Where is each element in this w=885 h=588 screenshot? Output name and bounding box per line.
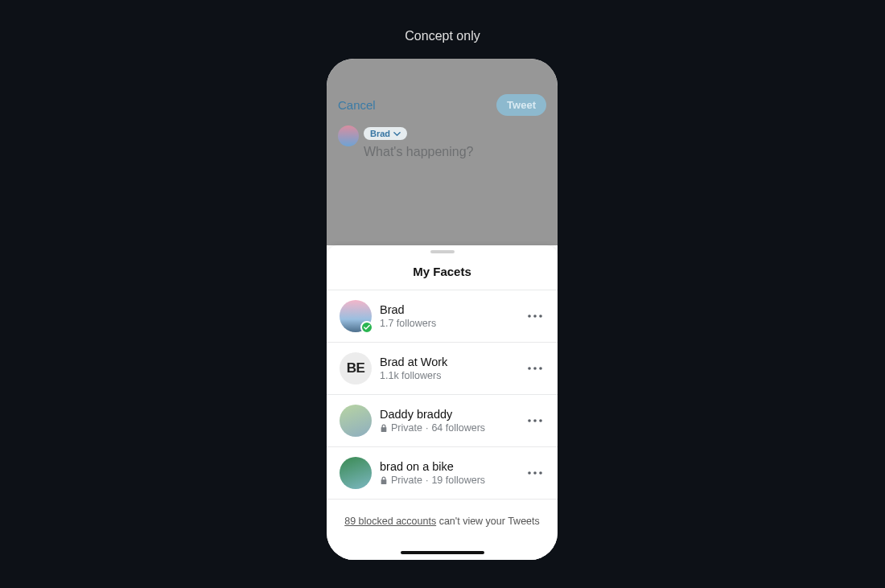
- blocked-accounts-footer: 89 blocked accounts can't view your Twee…: [327, 516, 558, 527]
- lock-icon: [380, 424, 388, 432]
- home-indicator: [401, 551, 484, 554]
- ellipsis-icon: [528, 315, 542, 318]
- facet-row[interactable]: brad on a bike Private·19 followers: [327, 447, 558, 500]
- tweet-button[interactable]: Tweet: [496, 94, 546, 116]
- facet-name: Brad at Work: [380, 356, 517, 368]
- cancel-button[interactable]: Cancel: [338, 98, 376, 112]
- svg-point-1: [533, 315, 537, 318]
- chevron-down-icon: [393, 130, 401, 138]
- svg-point-3: [528, 367, 531, 370]
- svg-point-7: [533, 419, 537, 422]
- bottom-fade: [327, 537, 558, 560]
- facet-avatar: [340, 405, 372, 437]
- lock-icon: [380, 476, 388, 484]
- svg-point-0: [528, 315, 531, 318]
- svg-point-6: [528, 419, 531, 422]
- compose-placeholder[interactable]: What's happening?: [364, 145, 546, 159]
- sheet-title: My Facets: [327, 253, 558, 290]
- phone-frame: Cancel Tweet Brad What's happening? My F…: [327, 59, 558, 560]
- facet-more-button[interactable]: [525, 306, 545, 326]
- svg-point-11: [539, 471, 542, 475]
- selected-check-icon: [360, 321, 373, 334]
- caption-label: Concept only: [0, 29, 885, 43]
- facet-list: Brad 1.7 followers BE Brad at Work 1.1k …: [327, 290, 558, 500]
- facet-avatar: BE: [340, 352, 372, 384]
- persona-selector-chip[interactable]: Brad: [364, 127, 407, 140]
- blocked-accounts-link[interactable]: 89 blocked accounts: [344, 516, 436, 527]
- svg-point-4: [533, 367, 537, 370]
- ellipsis-icon: [528, 419, 542, 422]
- facet-name: Brad: [380, 303, 517, 316]
- facet-subtitle: Private·19 followers: [380, 475, 517, 486]
- svg-point-8: [539, 419, 542, 422]
- facet-row[interactable]: Daddy braddy Private·64 followers: [327, 395, 558, 447]
- svg-point-2: [539, 315, 542, 318]
- compose-avatar: [338, 125, 359, 146]
- svg-point-10: [533, 471, 537, 475]
- facet-name: Daddy braddy: [380, 408, 517, 421]
- ellipsis-icon: [528, 367, 542, 370]
- facets-bottom-sheet: My Facets Brad 1.7 followers: [327, 245, 558, 560]
- facet-row[interactable]: BE Brad at Work 1.1k followers: [327, 343, 558, 395]
- facet-subtitle: 1.1k followers: [380, 370, 517, 381]
- facet-subtitle: 1.7 followers: [380, 318, 517, 329]
- facet-name: brad on a bike: [380, 460, 517, 473]
- blocked-accounts-rest: can't view your Tweets: [436, 516, 540, 527]
- svg-point-5: [539, 367, 542, 370]
- facet-subtitle: Private·64 followers: [380, 422, 517, 434]
- facet-avatar: [340, 457, 372, 489]
- facet-row[interactable]: Brad 1.7 followers: [327, 290, 558, 343]
- compose-screen-dimmed: Cancel Tweet Brad What's happening?: [327, 59, 558, 245]
- svg-point-9: [528, 471, 531, 475]
- facet-more-button[interactable]: [525, 359, 545, 378]
- facet-more-button[interactable]: [525, 411, 545, 430]
- ellipsis-icon: [528, 471, 542, 475]
- persona-chip-label: Brad: [370, 129, 390, 138]
- facet-more-button[interactable]: [525, 463, 545, 483]
